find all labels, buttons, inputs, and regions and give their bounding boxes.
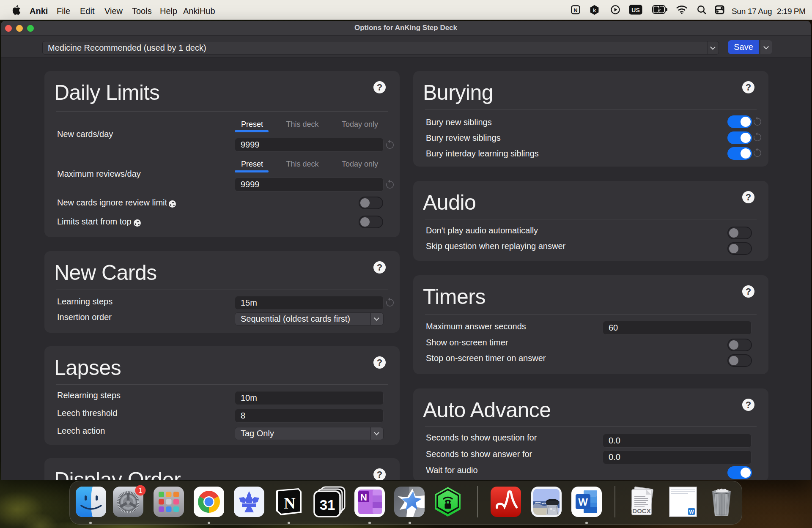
svg-text:k: k (593, 7, 596, 14)
svg-text:DOCX: DOCX (632, 507, 650, 514)
svg-text:N: N (284, 494, 295, 512)
svg-text:N: N (360, 492, 367, 503)
svg-text:US: US (631, 7, 639, 14)
svg-text:N: N (573, 7, 577, 14)
svg-text:W: W (689, 509, 694, 515)
svg-text:31: 31 (320, 497, 335, 513)
svg-text:W: W (578, 496, 588, 508)
svg-text:1: 1 (139, 487, 143, 494)
